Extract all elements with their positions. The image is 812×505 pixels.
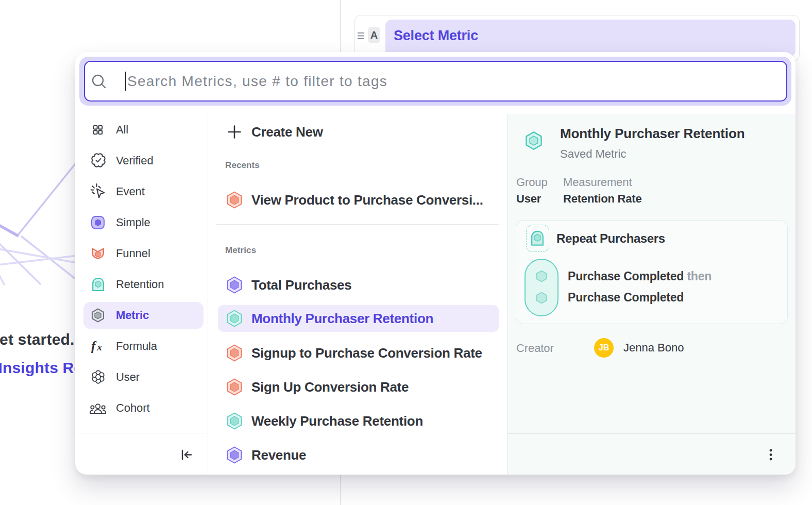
svg-text:f: f <box>91 340 97 353</box>
svg-text:x: x <box>97 342 103 352</box>
